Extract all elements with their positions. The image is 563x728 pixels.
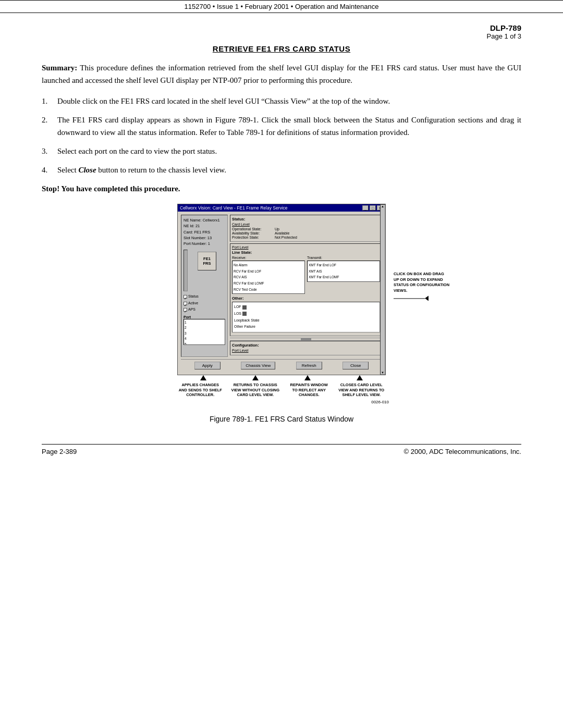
- transmit-list: XMT Far End LOF XMT AIS XMT Far End LOMF: [307, 261, 380, 282]
- port-status-section: Port Level Line State: Receive: No Alarm…: [230, 243, 382, 336]
- gui-main-area: NE Name: Cellworx1 NE Id: 21 Card: FE1 F…: [181, 215, 382, 357]
- callout-labels-row: APPLIES CHANGESAND SENDS TO SHELFCONTROL…: [172, 381, 391, 399]
- transmit-col: Transmit: XMT Far End LOF XMT AIS XMT Fa…: [307, 256, 380, 294]
- other-item: LOS: [234, 311, 378, 317]
- close-card-button[interactable]: Close: [342, 362, 369, 369]
- header-bar: 1152700 • Issue 1 • February 2001 • Oper…: [0, 0, 563, 13]
- line-state-label: Line State:: [232, 250, 380, 255]
- arrow-up-icon: [304, 375, 311, 380]
- chassis-arrow: [235, 375, 276, 381]
- separator-handle-icon[interactable]: [301, 338, 311, 340]
- port-label: Port: [183, 315, 225, 319]
- gui-checkboxes: ✓ Status ✓ Active ✓ APS: [183, 293, 225, 313]
- refresh-button[interactable]: Refresh: [296, 362, 322, 369]
- transmit-item: XMT Far End LOMF: [309, 274, 378, 280]
- list-item: 4. Select Close button to return to the …: [42, 164, 521, 176]
- chassis-callout-label: RETURNS TO CHASSISVIEW WITHOUT CLOSINGCA…: [230, 382, 280, 398]
- scroll-down-icon[interactable]: ▼: [381, 371, 385, 374]
- checkbox-label: Active: [188, 300, 198, 307]
- summary-paragraph: Summary: This procedure defines the info…: [42, 61, 521, 87]
- refresh-arrow: [287, 375, 328, 381]
- port-item[interactable]: 1: [185, 320, 224, 325]
- receive-col: Receive: No Alarm RCV Far End LOF RCV AI…: [232, 256, 305, 294]
- right-scrollbar[interactable]: ▲ ▼: [380, 204, 385, 375]
- minimize-button[interactable]: _: [362, 205, 369, 211]
- status-label: Status:: [232, 217, 380, 221]
- receive-item: RCV Far End LOF: [234, 268, 303, 275]
- apply-button[interactable]: Apply: [194, 362, 221, 369]
- other-text: Other Failure: [234, 324, 255, 330]
- chassis-view-button[interactable]: Chassis View: [241, 362, 275, 369]
- arrow-head-icon: [425, 296, 429, 301]
- close-arrow: [339, 375, 381, 381]
- prot-state-value: Not Protected: [275, 236, 297, 239]
- list-item: 2. The FE1 FRS card display appears as s…: [42, 114, 521, 139]
- other-bar-icon: [242, 312, 247, 316]
- checkbox-icon[interactable]: ✓: [183, 295, 187, 299]
- other-list: LOF LOS Loopback State: [232, 302, 380, 332]
- line-state-area: Receive: No Alarm RCV Far End LOF RCV AI…: [232, 256, 380, 294]
- port-item[interactable]: 2: [185, 325, 224, 330]
- gui-titlebar: Cellworx Vision: Card View - FE1 Frame R…: [178, 204, 385, 212]
- other-item: Other Failure: [234, 324, 378, 330]
- checkbox-icon[interactable]: ✓: [183, 302, 187, 305]
- port-item[interactable]: 3: [185, 331, 224, 336]
- config-section: Configuration: Port Level: [230, 341, 382, 355]
- transmit-header: Transmit:: [307, 256, 380, 260]
- step-text: Select each port on the card to view the…: [57, 147, 217, 155]
- port-item[interactable]: 4: [185, 336, 224, 341]
- summary-label: Summary:: [42, 64, 77, 72]
- checkbox-status: ✓ Status: [183, 293, 225, 300]
- gui-right-panel: Status: Card Level Operational State: Up…: [230, 215, 382, 357]
- card-inner: FE1FRS: [189, 250, 225, 273]
- config-label: Configuration:: [232, 343, 380, 348]
- section-title: RETRIEVE FE1 FRS CARD STATUS: [42, 44, 521, 53]
- checkbox-label: Status: [188, 293, 199, 300]
- step-text: Double click on the FE1 FRS card located…: [57, 97, 390, 105]
- refresh-callout-label: REPAINTS WINDOWTO REFLECT ANYCHANGES.: [288, 382, 330, 398]
- arrow-row: [172, 375, 391, 381]
- step-num: 2.: [42, 114, 47, 126]
- port-number: Port Number: 1: [183, 241, 225, 246]
- checkbox-icon[interactable]: ✓: [183, 308, 187, 312]
- right-callout: CLICK ON BOX AND DRAGUP OR DOWN TO EXPAN…: [394, 272, 469, 301]
- left-scrollbar[interactable]: [183, 250, 188, 291]
- figure-caption: Figure 789-1. FE1 FRS Card Status Window: [42, 415, 521, 423]
- right-callout-text: CLICK ON BOX AND DRAGUP OR DOWN TO EXPAN…: [394, 272, 469, 294]
- diagram-container: Cellworx Vision: Card View - FE1 Frame R…: [42, 204, 521, 404]
- protection-state-row: Protection State: Not Protected: [232, 236, 380, 239]
- availability-state-row: Availability State: Available: [232, 231, 380, 235]
- list-item: 3. Select each port on the card to view …: [42, 145, 521, 157]
- step-num: 4.: [42, 164, 47, 176]
- arrow-callout-area: APPLIES CHANGESAND SENDS TO SHELFCONTROL…: [172, 375, 391, 404]
- ne-name: NE Name: Cellworx1: [183, 217, 225, 223]
- card-level-label: Card Level: [232, 223, 380, 226]
- footer-page: Page 2-389: [42, 448, 77, 455]
- status-section: Status: Card Level Operational State: Up…: [230, 215, 382, 242]
- card-area: FE1FRS: [183, 250, 225, 291]
- slot-number: Slot Number: 13: [183, 235, 225, 241]
- receive-item: RCV Far End LOMF: [234, 280, 303, 287]
- apply-callout-label: APPLIES CHANGESAND SENDS TO SHELFCONTROL…: [178, 382, 223, 398]
- other-item: Loopback State: [234, 317, 378, 324]
- checkbox-aps: ✓ APS: [183, 306, 225, 313]
- step-num: 1.: [42, 95, 47, 107]
- other-text: Loopback State: [234, 317, 260, 324]
- port-list: 1 2 3 4 5 6 7 8: [183, 319, 225, 345]
- checkbox-label: APS: [188, 306, 195, 313]
- other-text: LOS: [234, 311, 241, 317]
- gui-window: Cellworx Vision: Card View - FE1 Frame R…: [177, 204, 386, 375]
- summary-text: This procedure defines the information r…: [42, 64, 521, 84]
- diagram-id: 0026-010: [172, 400, 391, 404]
- maximize-button[interactable]: □: [370, 205, 376, 211]
- scroll-up-icon[interactable]: ▲: [381, 205, 385, 208]
- dlp-number: DLP-789: [42, 23, 521, 32]
- port-item[interactable]: 5: [185, 342, 224, 345]
- card-name: Card: FE1 FRS: [183, 229, 225, 235]
- op-state-label: Operational State:: [232, 227, 274, 231]
- port-level-label: Port Level: [232, 245, 380, 249]
- page-content: DLP-789 Page 1 of 3 RETRIEVE FE1 FRS CAR…: [0, 13, 563, 476]
- arrow-up-icon: [357, 375, 363, 380]
- gui-left-info: NE Name: Cellworx1 NE Id: 21 Card: FE1 F…: [183, 217, 225, 246]
- close-callout-label: CLOSES CARD LEVELVIEW AND RETURNS TOSHEL…: [338, 382, 385, 398]
